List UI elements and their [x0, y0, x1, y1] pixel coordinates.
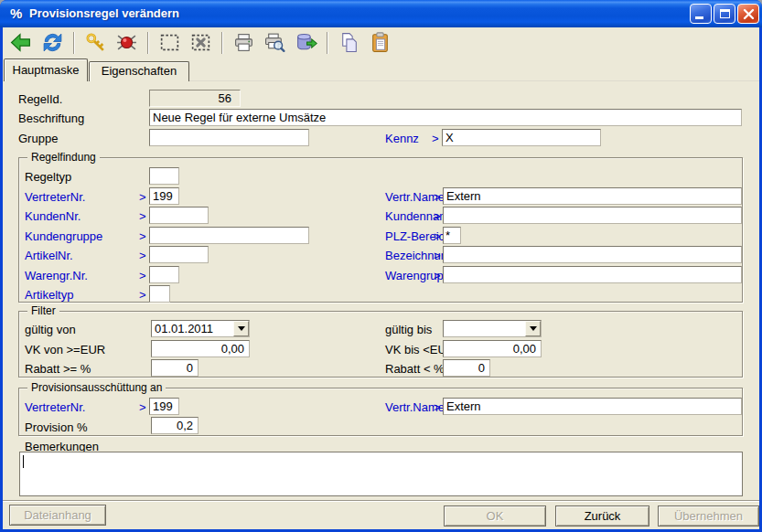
plz-bereich-field[interactable]	[443, 227, 461, 244]
refresh-button[interactable]	[40, 30, 65, 55]
gueltig-von-dropdown-button[interactable]	[233, 321, 249, 336]
print-preview-button[interactable]	[263, 30, 287, 55]
gueltig-bis-combobox[interactable]	[443, 320, 542, 337]
regeltyp-label: Regeltyp	[25, 170, 71, 184]
maximize-button[interactable]	[714, 4, 735, 24]
filter-group-title: Filter	[27, 305, 59, 317]
paste-button[interactable]	[368, 30, 392, 55]
beschriftung-label: Beschriftung	[18, 112, 84, 125]
window-title: Provisionsregel verändern	[29, 6, 179, 20]
prompt-arrow: >	[434, 249, 441, 262]
bezeichnung-field[interactable]	[443, 246, 742, 263]
ok-button[interactable]: OK	[444, 505, 546, 527]
selection-box-icon	[158, 31, 181, 54]
chevron-down-icon	[530, 326, 537, 331]
artikelnr-label: ArtikelNr.	[25, 249, 73, 262]
toolbar-separator	[147, 32, 149, 54]
warengrnr-field[interactable]	[149, 266, 179, 283]
gueltig-bis-dropdown-button[interactable]	[525, 321, 541, 336]
vertrname-field[interactable]	[443, 187, 742, 205]
prompt-arrow: >	[139, 400, 146, 414]
kundengruppe-label: Kundengruppe	[25, 229, 102, 243]
close-button[interactable]	[737, 4, 759, 24]
ausschuettung-group-title: Provisionsausschüttung an	[27, 382, 166, 394]
clear-selection-icon	[189, 31, 212, 54]
prompt-arrow: >	[139, 249, 146, 262]
gruppe-field[interactable]	[149, 129, 309, 146]
vk-von-field[interactable]	[151, 340, 250, 357]
regelfindung-group-title: Regelfindung	[27, 152, 100, 164]
tab-label: Eigenschaften	[102, 64, 177, 78]
key-icon	[84, 31, 107, 54]
tab-label: Hauptmaske	[13, 63, 80, 77]
refresh-icon	[41, 31, 64, 54]
minimize-button[interactable]	[690, 4, 712, 24]
gueltig-bis-input[interactable]	[444, 321, 525, 336]
prompt-arrow: >	[139, 269, 146, 282]
back-button[interactable]	[9, 30, 34, 55]
prompt-arrow: >	[139, 209, 146, 223]
ausschuettung-vertrname-field[interactable]	[443, 398, 742, 415]
kundennr-field[interactable]	[149, 207, 209, 224]
artikeltyp-label: Artikeltyp	[25, 288, 73, 302]
print-button[interactable]	[231, 30, 256, 55]
provision-field[interactable]	[151, 417, 199, 434]
warengruppe-field[interactable]	[443, 266, 742, 283]
vk-bis-field[interactable]	[443, 340, 542, 357]
tab-eigenschaften[interactable]: Eigenschaften	[89, 61, 189, 81]
kundenname-field[interactable]	[443, 207, 742, 224]
kundengruppe-field[interactable]	[149, 227, 309, 244]
prompt-arrow: >	[434, 400, 441, 414]
uebernehmen-button[interactable]: Übernehmen	[658, 505, 759, 527]
ausschuettung-vertreternr-label: VertreterNr.	[25, 400, 85, 414]
dateianhang-button[interactable]: Dateianhang	[9, 505, 106, 526]
select-area-button[interactable]	[157, 30, 182, 55]
kennz-label: Kennz	[385, 132, 419, 145]
provision-label: Provision %	[25, 420, 88, 434]
key-button[interactable]	[83, 30, 108, 55]
gueltig-von-combobox[interactable]	[151, 320, 250, 337]
vertreternr-field[interactable]	[149, 187, 179, 205]
rabatt-von-label: Rabatt >= %	[25, 362, 91, 376]
beschriftung-field[interactable]	[149, 109, 742, 126]
print-preview-icon	[263, 31, 286, 54]
app-icon: %	[10, 5, 22, 21]
prompt-arrow: >	[434, 229, 441, 243]
vk-von-label: VK von >=EUR	[25, 343, 105, 356]
clear-selection-button[interactable]	[188, 30, 213, 55]
bug-icon	[115, 31, 138, 54]
kennz-field[interactable]	[442, 129, 601, 146]
prompt-arrow: >	[434, 209, 441, 223]
prompt-arrow: >	[139, 229, 146, 243]
rabatt-bis-field[interactable]	[443, 359, 490, 377]
tab-hauptmaske[interactable]: Hauptmaske	[4, 59, 88, 81]
artikelnr-field[interactable]	[149, 246, 209, 263]
toolbar-separator	[327, 32, 328, 54]
toolbar-separator	[73, 32, 75, 54]
regelid-label: RegelId.	[18, 92, 62, 106]
footer-separator	[3, 500, 759, 502]
export-data-button[interactable]	[294, 30, 318, 55]
prompt-arrow: >	[139, 288, 146, 302]
regelid-field	[149, 90, 241, 107]
debug-button[interactable]	[114, 30, 139, 55]
kundennr-label: KundenNr.	[25, 209, 80, 223]
print-icon	[232, 31, 255, 54]
plz-bereich-label: PLZ-Bereich	[385, 229, 451, 243]
rabatt-von-field[interactable]	[151, 359, 199, 377]
database-export-icon	[295, 31, 317, 54]
ausschuettung-vertreternr-field[interactable]	[149, 398, 179, 415]
bemerkungen-field[interactable]	[19, 452, 743, 496]
maximize-icon	[720, 9, 730, 18]
regeltyp-field[interactable]	[149, 167, 179, 185]
vertreternr-label: VertreterNr.	[25, 190, 85, 204]
gueltig-von-label: gültig von	[25, 323, 76, 336]
back-icon	[10, 31, 33, 54]
artikeltyp-field[interactable]	[149, 285, 170, 303]
close-icon	[742, 7, 756, 21]
copy-button[interactable]	[337, 30, 361, 55]
dialog-window: % Provisionsregel verändern	[0, 0, 762, 532]
prompt-arrow: >	[434, 269, 441, 282]
gueltig-von-input[interactable]	[152, 321, 233, 336]
zurueck-button[interactable]: Zurück	[555, 505, 649, 527]
